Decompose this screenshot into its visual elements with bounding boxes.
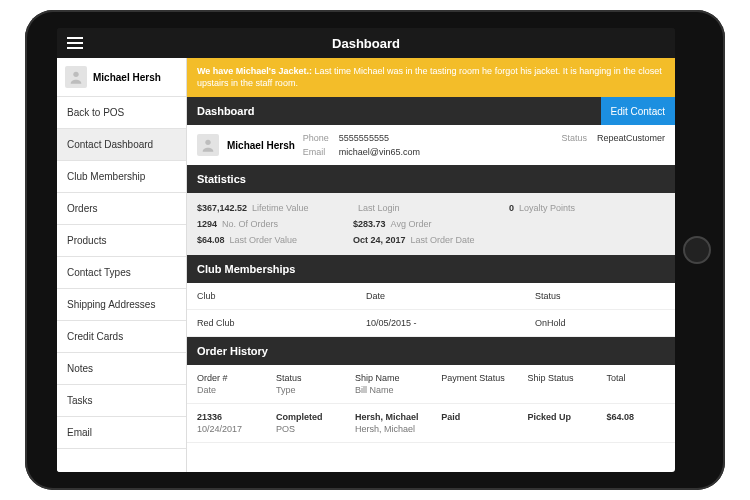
sidebar-item[interactable]: Club Membership: [57, 161, 186, 193]
sidebar-item[interactable]: Credit Cards: [57, 321, 186, 353]
stat-value: Oct 24, 2017: [353, 235, 406, 245]
table-header: Order #Date StatusType Ship NameBill Nam…: [187, 365, 675, 404]
table-row[interactable]: 2133610/24/2017 CompletedPOS Hersh, Mich…: [187, 404, 675, 443]
col-status: Status: [535, 291, 665, 301]
page-title: Dashboard: [332, 36, 400, 51]
col: Ship Status: [528, 373, 601, 395]
phone-value: 5555555555: [339, 133, 420, 143]
stat-label: Last Order Date: [411, 235, 475, 245]
col-club: Club: [197, 291, 366, 301]
sidebar-item[interactable]: Shipping Addresses: [57, 289, 186, 321]
table-row[interactable]: Red Club 10/05/2015 - OnHold: [187, 310, 675, 337]
cell: 10/24/2017: [197, 424, 270, 434]
cell: POS: [276, 424, 349, 434]
clubs-header: Club Memberships: [187, 255, 675, 283]
col: Type: [276, 385, 349, 395]
col: Payment Status: [441, 373, 521, 395]
col-date: Date: [366, 291, 535, 301]
cell: 10/05/2015 -: [366, 318, 535, 328]
sidebar-item[interactable]: Notes: [57, 353, 186, 385]
menu-icon[interactable]: [67, 34, 83, 52]
alert-title: We have Michael's Jacket.:: [197, 66, 312, 76]
col: Bill Name: [355, 385, 435, 395]
stat-label: Loyalty Points: [519, 203, 575, 213]
col: Status: [276, 373, 302, 383]
stat-label: Last Order Value: [230, 235, 297, 245]
stat-value: 0: [509, 203, 514, 213]
avatar: [197, 134, 219, 156]
home-button[interactable]: [683, 236, 711, 264]
stat-value: $367,142.52: [197, 203, 247, 213]
stat-value: $64.08: [197, 235, 225, 245]
sidebar-contact-name: Michael Hersh: [93, 72, 161, 83]
svg-point-1: [205, 140, 210, 145]
sidebar-item[interactable]: Contact Types: [57, 257, 186, 289]
stats-grid: $367,142.52Lifetime Value Last Login 0Lo…: [187, 193, 675, 255]
stat-label: No. Of Orders: [222, 219, 278, 229]
col: Order #: [197, 373, 228, 383]
alert-banner: We have Michael's Jacket.: Last time Mic…: [187, 58, 675, 97]
dashboard-title: Dashboard: [197, 105, 254, 117]
cell: Picked Up: [528, 412, 601, 434]
email-label: Email: [303, 147, 329, 157]
cell: $64.08: [607, 412, 665, 434]
orders-header: Order History: [187, 337, 675, 365]
clubs-title: Club Memberships: [197, 263, 295, 275]
status-value: RepeatCustomer: [597, 133, 665, 143]
email-value: michael@vin65.com: [339, 147, 420, 157]
sidebar-item[interactable]: Contact Dashboard: [57, 129, 186, 161]
main-content: We have Michael's Jacket.: Last time Mic…: [187, 58, 675, 472]
col: Date: [197, 385, 270, 395]
stat-value: 1294: [197, 219, 217, 229]
stat-label: Avg Order: [391, 219, 432, 229]
cell: Red Club: [197, 318, 366, 328]
phone-label: Phone: [303, 133, 329, 143]
sidebar-item[interactable]: Back to POS: [57, 97, 186, 129]
sidebar: Michael Hersh Back to POS Contact Dashbo…: [57, 58, 187, 472]
cell: Paid: [441, 412, 521, 434]
cell: Completed: [276, 412, 323, 422]
edit-contact-button[interactable]: Edit Contact: [601, 97, 675, 125]
cell: Hersh, Michael: [355, 424, 435, 434]
stats-title: Statistics: [197, 173, 246, 185]
status-label: Status: [561, 133, 587, 143]
stat-label: Lifetime Value: [252, 203, 308, 213]
avatar: [65, 66, 87, 88]
dashboard-header: Dashboard Edit Contact: [187, 97, 675, 125]
stat-value: $283.73: [353, 219, 386, 229]
sidebar-item[interactable]: Email: [57, 417, 186, 449]
col: Total: [607, 373, 665, 395]
stats-header: Statistics: [187, 165, 675, 193]
cell: Hersh, Michael: [355, 412, 419, 422]
stat-label: Last Login: [358, 203, 400, 213]
sidebar-item[interactable]: Orders: [57, 193, 186, 225]
sidebar-contact[interactable]: Michael Hersh: [57, 58, 186, 97]
cell: 21336: [197, 412, 222, 422]
orders-title: Order History: [197, 345, 268, 357]
table-header: Club Date Status: [187, 283, 675, 310]
cell: OnHold: [535, 318, 665, 328]
col: Ship Name: [355, 373, 400, 383]
svg-point-0: [73, 72, 78, 77]
sidebar-item[interactable]: Tasks: [57, 385, 186, 417]
contact-name: Michael Hersh: [227, 140, 295, 151]
contact-info: Michael Hersh Phone 5555555555 Status Re…: [187, 125, 675, 165]
sidebar-item[interactable]: Products: [57, 225, 186, 257]
